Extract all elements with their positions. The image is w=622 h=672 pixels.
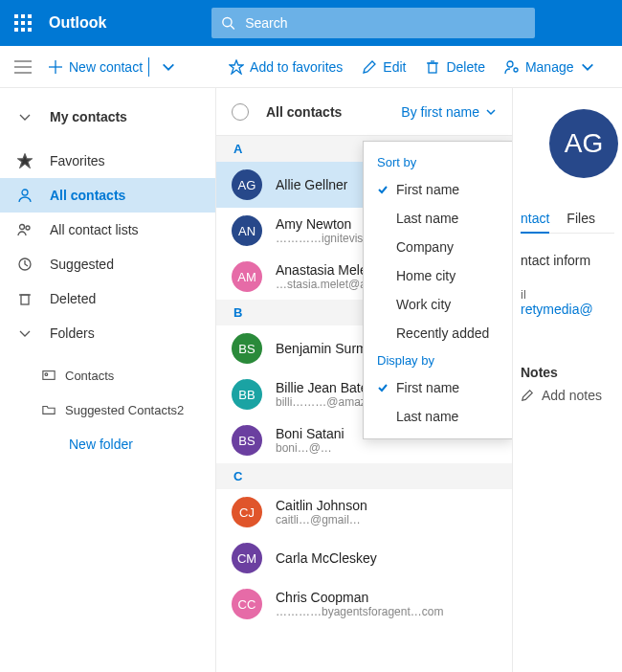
avatar: BS: [232, 333, 262, 364]
svg-rect-7: [21, 28, 25, 32]
section-letter[interactable]: C: [216, 463, 512, 489]
sidebar-favorites[interactable]: Favorites: [0, 144, 215, 178]
list-title: All contacts: [266, 104, 401, 120]
add-favorites-button[interactable]: Add to favorites: [219, 46, 352, 87]
new-folder-button[interactable]: New folder: [0, 427, 215, 461]
manage-button[interactable]: Manage: [495, 46, 605, 87]
person-gear-icon: [504, 59, 520, 75]
manage-label: Manage: [525, 59, 574, 75]
sidebar-label: All contact lists: [50, 222, 139, 237]
avatar: CM: [232, 543, 262, 573]
contact-name: Caitlin Johnson: [276, 498, 367, 513]
sort-dropdown: Sort by First nameLast nameCompanyHome c…: [363, 141, 513, 439]
svg-rect-3: [14, 21, 18, 25]
dropdown-item[interactable]: Home city: [364, 261, 512, 290]
new-contact-button[interactable]: New contact: [48, 59, 143, 75]
notes-heading: Notes: [521, 365, 614, 380]
contact-row[interactable]: CMCarla McCleskey: [216, 535, 512, 581]
svg-rect-2: [28, 14, 32, 18]
avatar: AM: [232, 261, 262, 292]
dropdown-item[interactable]: Last name: [364, 204, 512, 233]
sidebar-all-contact-lists[interactable]: All contact lists: [0, 213, 215, 247]
search-input[interactable]: [245, 15, 525, 31]
contact-name: Chris Coopman: [276, 590, 443, 605]
chevron-down-icon: [17, 109, 33, 124]
dropdown-item[interactable]: First name: [364, 373, 512, 402]
svg-point-24: [20, 225, 25, 230]
dropdown-item-label: Last name: [396, 211, 458, 226]
sort-label: By first name: [401, 104, 479, 120]
contact-name: Boni Satani: [276, 426, 344, 441]
add-notes-button[interactable]: Add notes: [521, 388, 614, 403]
contact-email: boni…@…: [276, 441, 344, 455]
contact-row[interactable]: CCChris Coopman…………byagentsforagent…com: [216, 581, 512, 627]
sidebar-label: Suggested Contacts2: [65, 403, 184, 417]
pencil-icon: [362, 59, 377, 75]
hamburger-button[interactable]: [8, 60, 38, 74]
dropdown-item-label: Last name: [396, 409, 458, 424]
chevron-down-icon: [485, 106, 497, 118]
star-icon: [17, 153, 33, 168]
sidebar-all-contacts[interactable]: All contacts: [0, 178, 215, 213]
svg-rect-27: [21, 295, 29, 304]
trash-icon: [425, 59, 440, 75]
svg-point-23: [22, 190, 28, 195]
sidebar-label: My contacts: [50, 109, 127, 124]
sidebar-suggested[interactable]: Suggested: [0, 247, 215, 281]
contact-name: Carla McCleskey: [276, 550, 377, 566]
search-box[interactable]: [211, 8, 535, 38]
sidebar-folders[interactable]: Folders: [0, 316, 215, 350]
dropdown-item[interactable]: First name: [364, 175, 512, 204]
tab-contact[interactable]: ntact: [521, 205, 549, 234]
clock-icon: [17, 257, 33, 272]
email-link[interactable]: retymedia@: [521, 302, 614, 317]
sidebar-sub-suggested[interactable]: Suggested Contacts2: [0, 392, 215, 427]
avatar: BB: [232, 379, 262, 410]
dropdown-item[interactable]: Last name: [364, 402, 512, 431]
app-launcher[interactable]: [0, 0, 46, 46]
sidebar-deleted[interactable]: Deleted: [0, 281, 215, 316]
tab-files[interactable]: Files: [566, 205, 595, 233]
new-contact-label: New contact: [69, 59, 143, 75]
svg-rect-6: [14, 28, 18, 32]
contact-row[interactable]: CJCaitlin Johnsoncaitli…@gmail…: [216, 489, 512, 535]
svg-line-10: [232, 26, 235, 30]
check-icon: [377, 382, 394, 393]
sidebar-label: All contacts: [50, 188, 125, 203]
contact-card-icon: [42, 369, 56, 382]
sidebar-label: Suggested: [50, 257, 114, 272]
sort-button[interactable]: By first name: [401, 104, 497, 120]
contact-info-heading: ntact inform: [521, 253, 614, 268]
svg-marker-16: [230, 60, 243, 74]
chevron-down-icon[interactable]: [161, 59, 176, 75]
delete-button[interactable]: Delete: [415, 46, 494, 87]
svg-rect-0: [14, 14, 18, 18]
sidebar-my-contacts[interactable]: My contacts: [0, 100, 215, 134]
dropdown-item-label: First name: [396, 380, 459, 395]
select-all-checkbox[interactable]: [232, 103, 249, 121]
svg-point-30: [45, 373, 48, 376]
svg-rect-5: [28, 21, 32, 25]
contact-name: Allie Gellner: [276, 177, 347, 192]
dropdown-item[interactable]: Work city: [364, 290, 512, 319]
svg-rect-4: [21, 21, 25, 25]
star-icon: [229, 59, 244, 75]
divider: [148, 57, 149, 77]
plus-icon: [48, 59, 63, 75]
sidebar-sub-contacts[interactable]: Contacts: [0, 358, 215, 392]
dropdown-item[interactable]: Company: [364, 233, 512, 261]
check-icon: [377, 184, 394, 195]
brand-label: Outlook: [49, 14, 106, 32]
people-icon: [17, 222, 33, 237]
sidebar-label: Contacts: [65, 369, 114, 383]
svg-marker-22: [18, 154, 32, 168]
svg-rect-8: [28, 28, 32, 32]
edit-button[interactable]: Edit: [352, 46, 415, 87]
add-favorites-label: Add to favorites: [250, 59, 343, 75]
avatar: BS: [232, 425, 262, 456]
avatar: CC: [232, 589, 262, 619]
avatar: AN: [232, 215, 262, 246]
svg-point-20: [507, 61, 513, 67]
contact-email: caitli…@gmail…: [276, 513, 367, 526]
dropdown-item[interactable]: Recently added: [364, 319, 512, 347]
